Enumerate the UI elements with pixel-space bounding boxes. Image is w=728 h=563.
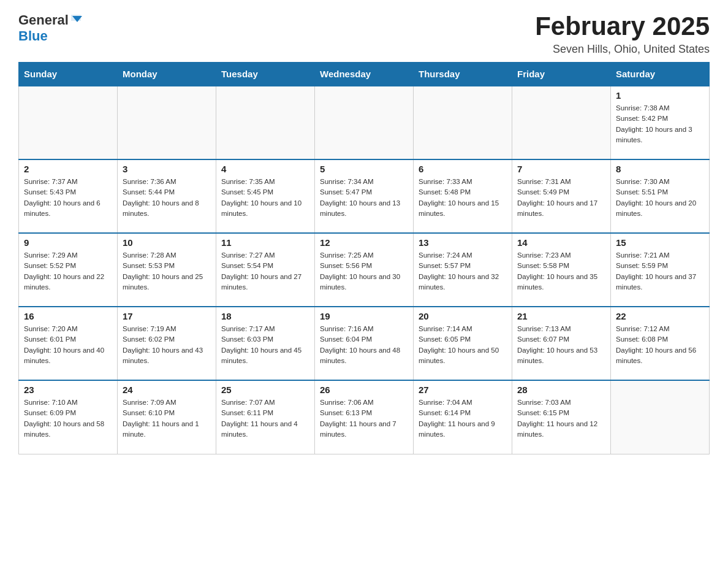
day-number: 25 (221, 385, 309, 395)
col-thursday: Thursday (414, 63, 512, 86)
calendar-week-row: 16Sunrise: 7:20 AMSunset: 6:01 PMDayligh… (19, 307, 710, 380)
day-info: Sunrise: 7:27 AMSunset: 5:54 PMDaylight:… (221, 250, 309, 293)
table-row: 20Sunrise: 7:14 AMSunset: 6:05 PMDayligh… (414, 307, 512, 380)
table-row (19, 86, 118, 159)
day-number: 13 (419, 237, 507, 248)
table-row: 7Sunrise: 7:31 AMSunset: 5:49 PMDaylight… (512, 159, 611, 233)
day-number: 20 (419, 311, 507, 321)
day-info: Sunrise: 7:36 AMSunset: 5:44 PMDaylight:… (123, 177, 211, 219)
calendar-week-row: 23Sunrise: 7:10 AMSunset: 6:09 PMDayligh… (19, 380, 710, 454)
table-row: 21Sunrise: 7:13 AMSunset: 6:07 PMDayligh… (512, 307, 611, 380)
col-tuesday: Tuesday (216, 63, 315, 86)
col-monday: Monday (118, 63, 216, 86)
day-number: 23 (24, 385, 112, 395)
table-row (512, 86, 611, 159)
day-info: Sunrise: 7:06 AMSunset: 6:13 PMDaylight:… (320, 397, 408, 440)
table-row: 27Sunrise: 7:04 AMSunset: 6:14 PMDayligh… (414, 380, 512, 454)
day-info: Sunrise: 7:25 AMSunset: 5:56 PMDaylight:… (320, 250, 408, 293)
table-row: 19Sunrise: 7:16 AMSunset: 6:04 PMDayligh… (315, 307, 414, 380)
day-number: 6 (419, 164, 507, 174)
table-row (216, 86, 315, 159)
day-info: Sunrise: 7:19 AMSunset: 6:02 PMDaylight:… (123, 324, 211, 366)
day-number: 26 (320, 385, 408, 395)
table-row: 5Sunrise: 7:34 AMSunset: 5:47 PMDaylight… (315, 159, 414, 233)
calendar-week-row: 1Sunrise: 7:38 AMSunset: 5:42 PMDaylight… (19, 86, 710, 159)
table-row: 14Sunrise: 7:23 AMSunset: 5:58 PMDayligh… (512, 233, 611, 307)
day-number: 17 (123, 311, 211, 321)
day-info: Sunrise: 7:31 AMSunset: 5:49 PMDaylight:… (517, 177, 605, 219)
day-info: Sunrise: 7:33 AMSunset: 5:48 PMDaylight:… (419, 177, 507, 219)
table-row: 6Sunrise: 7:33 AMSunset: 5:48 PMDaylight… (414, 159, 512, 233)
day-number: 14 (517, 237, 605, 248)
table-row: 22Sunrise: 7:12 AMSunset: 6:08 PMDayligh… (611, 307, 710, 380)
day-number: 16 (24, 311, 112, 321)
day-number: 28 (517, 385, 605, 395)
day-info: Sunrise: 7:14 AMSunset: 6:05 PMDaylight:… (419, 324, 507, 366)
day-number: 11 (221, 237, 309, 248)
day-number: 10 (123, 237, 211, 248)
table-row: 26Sunrise: 7:06 AMSunset: 6:13 PMDayligh… (315, 380, 414, 454)
table-row: 23Sunrise: 7:10 AMSunset: 6:09 PMDayligh… (19, 380, 118, 454)
table-row: 9Sunrise: 7:29 AMSunset: 5:52 PMDaylight… (19, 233, 118, 307)
day-number: 15 (616, 237, 704, 248)
day-number: 3 (123, 164, 211, 174)
table-row: 12Sunrise: 7:25 AMSunset: 5:56 PMDayligh… (315, 233, 414, 307)
day-info: Sunrise: 7:09 AMSunset: 6:10 PMDaylight:… (123, 397, 211, 440)
table-row: 17Sunrise: 7:19 AMSunset: 6:02 PMDayligh… (118, 307, 216, 380)
day-info: Sunrise: 7:30 AMSunset: 5:51 PMDaylight:… (616, 177, 704, 219)
day-info: Sunrise: 7:16 AMSunset: 6:04 PMDaylight:… (320, 324, 408, 366)
table-row: 10Sunrise: 7:28 AMSunset: 5:53 PMDayligh… (118, 233, 216, 307)
col-sunday: Sunday (19, 63, 118, 86)
table-row: 1Sunrise: 7:38 AMSunset: 5:42 PMDaylight… (611, 86, 710, 159)
day-number: 21 (517, 311, 605, 321)
day-number: 22 (616, 311, 704, 321)
calendar-table: Sunday Monday Tuesday Wednesday Thursday… (18, 62, 710, 454)
day-info: Sunrise: 7:28 AMSunset: 5:53 PMDaylight:… (123, 250, 211, 293)
day-number: 2 (24, 164, 112, 174)
table-row (611, 380, 710, 454)
day-number: 24 (123, 385, 211, 395)
table-row: 15Sunrise: 7:21 AMSunset: 5:59 PMDayligh… (611, 233, 710, 307)
day-info: Sunrise: 7:21 AMSunset: 5:59 PMDaylight:… (616, 250, 704, 293)
day-number: 4 (221, 164, 309, 174)
day-number: 9 (24, 237, 112, 248)
day-number: 18 (221, 311, 309, 321)
table-row: 28Sunrise: 7:03 AMSunset: 6:15 PMDayligh… (512, 380, 611, 454)
day-number: 19 (320, 311, 408, 321)
logo-text-general: General (18, 12, 69, 28)
table-row: 24Sunrise: 7:09 AMSunset: 6:10 PMDayligh… (118, 380, 216, 454)
table-row: 4Sunrise: 7:35 AMSunset: 5:45 PMDaylight… (216, 159, 315, 233)
table-row: 8Sunrise: 7:30 AMSunset: 5:51 PMDaylight… (611, 159, 710, 233)
day-info: Sunrise: 7:29 AMSunset: 5:52 PMDaylight:… (24, 250, 112, 293)
month-title: February 2025 (535, 12, 710, 40)
logo-arrow-icon (70, 12, 83, 26)
logo: General Blue (18, 12, 83, 44)
logo-text-blue: Blue (18, 28, 48, 44)
day-info: Sunrise: 7:37 AMSunset: 5:43 PMDaylight:… (24, 177, 112, 219)
day-number: 7 (517, 164, 605, 174)
calendar-week-row: 2Sunrise: 7:37 AMSunset: 5:43 PMDaylight… (19, 159, 710, 233)
table-row: 11Sunrise: 7:27 AMSunset: 5:54 PMDayligh… (216, 233, 315, 307)
day-number: 8 (616, 164, 704, 174)
col-wednesday: Wednesday (315, 63, 414, 86)
day-info: Sunrise: 7:24 AMSunset: 5:57 PMDaylight:… (419, 250, 507, 293)
location-subtitle: Seven Hills, Ohio, United States (535, 43, 710, 56)
title-section: February 2025 Seven Hills, Ohio, United … (535, 12, 710, 56)
table-row (118, 86, 216, 159)
col-saturday: Saturday (611, 63, 710, 86)
table-row (414, 86, 512, 159)
day-number: 27 (419, 385, 507, 395)
table-row: 2Sunrise: 7:37 AMSunset: 5:43 PMDaylight… (19, 159, 118, 233)
day-info: Sunrise: 7:07 AMSunset: 6:11 PMDaylight:… (221, 397, 309, 440)
table-row (315, 86, 414, 159)
day-info: Sunrise: 7:10 AMSunset: 6:09 PMDaylight:… (24, 397, 112, 440)
day-info: Sunrise: 7:13 AMSunset: 6:07 PMDaylight:… (517, 324, 605, 366)
day-info: Sunrise: 7:23 AMSunset: 5:58 PMDaylight:… (517, 250, 605, 293)
day-info: Sunrise: 7:20 AMSunset: 6:01 PMDaylight:… (24, 324, 112, 366)
col-friday: Friday (512, 63, 611, 86)
day-number: 1 (616, 90, 704, 101)
page-header: General Blue February 2025 Seven Hills, … (18, 12, 710, 56)
day-info: Sunrise: 7:03 AMSunset: 6:15 PMDaylight:… (517, 397, 605, 440)
day-info: Sunrise: 7:34 AMSunset: 5:47 PMDaylight:… (320, 177, 408, 219)
table-row: 3Sunrise: 7:36 AMSunset: 5:44 PMDaylight… (118, 159, 216, 233)
